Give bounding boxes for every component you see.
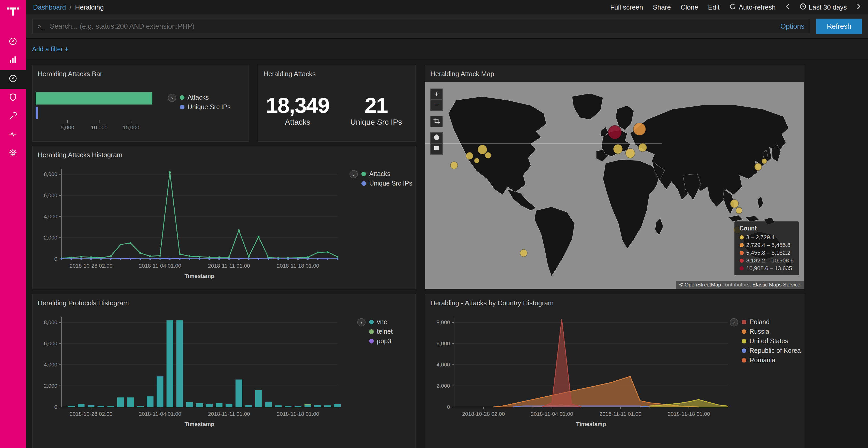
sidebar-item-monitoring[interactable] [0, 126, 26, 144]
attacks-bar-chart[interactable]: 5,00010,00015,000 [35, 89, 168, 141]
legend-color-dot [740, 235, 744, 240]
map-legend-title: Count [740, 225, 794, 232]
polygon-select-button[interactable] [430, 132, 443, 144]
bar-vnc [68, 406, 75, 407]
zoom-out-button[interactable]: − [430, 99, 443, 111]
time-range-picker[interactable]: Last 30 days [800, 3, 847, 12]
panel-protocols-histogram: Heralding Protocols Histogram 02,0004,00… [32, 294, 416, 448]
legend-item[interactable]: Attacks [180, 94, 231, 101]
gauge-icon [8, 74, 18, 85]
map-controls: + − [430, 89, 443, 154]
legend-item[interactable]: United States [742, 337, 801, 345]
svg-text:Timestamp: Timestamp [576, 421, 606, 427]
bar-vnc [196, 403, 203, 407]
sidebar-item-dashboard[interactable] [0, 70, 26, 89]
svg-text:15,000: 15,000 [123, 125, 139, 130]
panel-attacks-metric: Heralding Attacks 18,349 Attacks 21 Uniq… [258, 65, 416, 142]
bar-vnc [186, 402, 193, 407]
share-button[interactable]: Share [653, 3, 671, 11]
legend-color-dot [742, 358, 746, 363]
legend-label: Republic of Korea [749, 347, 801, 354]
map-marker [485, 152, 491, 159]
telekom-logo[interactable] [6, 4, 20, 20]
legend-toggle[interactable]: › [730, 318, 738, 326]
time-forward-button[interactable] [857, 3, 861, 11]
metric-row: 18,349 Attacks 21 Unique Src IPs [258, 82, 415, 138]
legend-item[interactable]: Republic of Korea [742, 347, 801, 354]
svg-text:8,000: 8,000 [44, 171, 57, 177]
panel-attacks-bar: Heralding Attacks Bar 5,00010,00015,000 … [32, 65, 249, 142]
legend-item[interactable]: Attacks [362, 170, 412, 177]
bar-vnc [206, 404, 213, 407]
legend-item[interactable]: Poland [742, 318, 801, 326]
breadcrumb-dashboard-link[interactable]: Dashboard [33, 3, 66, 11]
protocols-bar-chart[interactable]: 02,0004,0006,0008,0002018-10-28 02:00201… [37, 312, 343, 435]
legend-item[interactable]: vnc [369, 318, 393, 326]
add-filter-button[interactable]: Add a filter + [32, 45, 68, 53]
map-marker [754, 163, 762, 171]
panel-country-histogram: Heralding - Attacks by Country Histogram… [425, 294, 804, 448]
time-back-button[interactable] [785, 3, 790, 11]
legend-item[interactable]: Romania [742, 356, 801, 364]
legend-toggle[interactable]: › [168, 94, 176, 102]
plus-icon: + [65, 45, 68, 53]
sidebar-item-security[interactable] [0, 89, 26, 107]
edit-button[interactable]: Edit [708, 3, 720, 11]
svg-text:4,000: 4,000 [44, 361, 57, 368]
legend-label: 3 – 2,729.4 [746, 234, 775, 241]
auto-refresh-button[interactable]: Auto-refresh [729, 3, 776, 12]
kibana-dashboard: Dashboard / Heralding Full screen Share … [0, 0, 868, 448]
legend-item[interactable]: telnet [369, 328, 393, 335]
map-marker [762, 159, 767, 164]
chevron-left-icon [785, 3, 790, 11]
world-map[interactable]: + − [425, 82, 804, 289]
svg-text:2018-11-18 01:00: 2018-11-18 01:00 [277, 263, 319, 269]
gear-icon [8, 148, 18, 160]
sidebar-item-discover[interactable] [0, 33, 26, 51]
fit-bounds-button[interactable] [430, 116, 443, 127]
legend-toggle[interactable]: › [349, 170, 358, 178]
legend-item[interactable]: Russia [742, 328, 801, 335]
svg-text:6,000: 6,000 [44, 192, 57, 198]
search-input[interactable]: >_ Search... (e.g. status:200 AND extens… [32, 19, 810, 34]
svg-text:2018-11-11 01:00: 2018-11-11 01:00 [208, 411, 250, 417]
legend-color-dot [740, 259, 744, 263]
clone-button[interactable]: Clone [681, 3, 698, 11]
sidebar-item-visualize[interactable] [0, 51, 26, 70]
svg-text:8,000: 8,000 [44, 319, 57, 325]
ems-link[interactable]: Elastic Maps Service [752, 282, 800, 287]
map-marker [639, 143, 647, 152]
bar-vnc [255, 390, 262, 407]
panel-title: Heralding - Attacks by Country Histogram [425, 295, 804, 312]
legend-toggle[interactable]: › [357, 318, 366, 326]
legend-label: vnc [377, 318, 387, 326]
bar-vnc [245, 405, 252, 407]
osm-link[interactable]: © OpenStreetMap [679, 282, 721, 287]
bar-vnc [294, 406, 301, 407]
svg-text:8,000: 8,000 [436, 319, 450, 325]
country-area-chart[interactable]: 02,0004,0006,0008,0002018-10-28 02:00201… [429, 312, 733, 435]
svg-text:0: 0 [447, 404, 450, 410]
map-marker [474, 158, 479, 163]
sidebar-item-management[interactable] [0, 144, 26, 163]
shield-icon [8, 92, 18, 104]
metric-label: Attacks [258, 118, 337, 127]
rectangle-select-button[interactable] [430, 143, 443, 154]
legend-item[interactable]: Unique Src IPs [180, 103, 231, 111]
query-bar: >_ Search... (e.g. status:200 AND extens… [26, 14, 868, 39]
map-marker [730, 200, 739, 208]
zoom-in-button[interactable]: + [430, 89, 443, 100]
options-link[interactable]: Options [780, 23, 804, 30]
bar-vnc [236, 380, 242, 407]
top-nav: Dashboard / Heralding Full screen Share … [26, 0, 868, 14]
attacks-line-chart[interactable]: 02,0004,0006,0008,0002018-10-28 02:00201… [37, 164, 343, 287]
legend-item[interactable]: pop3 [369, 337, 393, 345]
bar-vnc [177, 320, 183, 407]
legend-color-dot [742, 339, 746, 343]
full-screen-button[interactable]: Full screen [610, 3, 643, 11]
sidebar-item-devtools[interactable] [0, 107, 26, 126]
map-marker [626, 149, 635, 158]
refresh-button[interactable]: Refresh [816, 19, 862, 34]
legend-item[interactable]: Unique Src IPs [362, 180, 412, 187]
prompt-icon: >_ [38, 23, 45, 30]
